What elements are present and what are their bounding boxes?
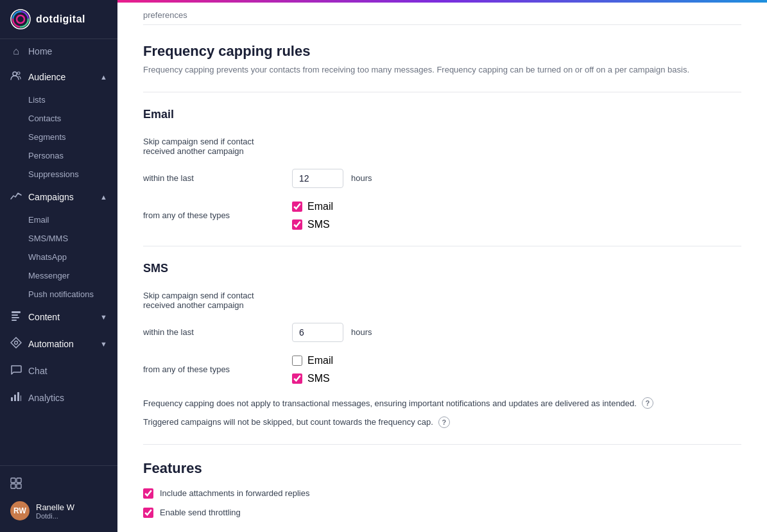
sidebar-item-contacts[interactable]: Contacts bbox=[0, 109, 117, 128]
svg-rect-4 bbox=[12, 311, 21, 313]
campaigns-chevron: ▲ bbox=[100, 193, 107, 201]
user-org: Dotdi... bbox=[36, 512, 107, 520]
svg-point-1 bbox=[17, 15, 24, 23]
email-within-row: within the last hours bbox=[143, 169, 741, 188]
svg-rect-12 bbox=[17, 392, 19, 401]
sms-skip-row: Skip campaign send if contact received a… bbox=[143, 291, 741, 310]
sidebar-item-messenger[interactable]: Messenger bbox=[0, 266, 117, 285]
email-label: Email bbox=[28, 215, 49, 225]
email-type-sms-checkbox[interactable] bbox=[292, 219, 302, 230]
sidebar-audience-label: Audience bbox=[28, 72, 65, 82]
whatsapp-label: WhatsApp bbox=[28, 252, 67, 262]
footer-note-2: Triggered campaigns will not be skipped,… bbox=[143, 416, 741, 429]
email-type-sms-label: SMS bbox=[307, 219, 330, 230]
sms-hours-unit: hours bbox=[351, 327, 372, 337]
sidebar-item-whatsapp[interactable]: WhatsApp bbox=[0, 248, 117, 266]
sms-type-email-label: Email bbox=[307, 355, 333, 366]
sidebar-bottom: RW Ranelle W Dotdi... bbox=[0, 465, 117, 532]
sms-types-label: from any of these types bbox=[143, 365, 284, 374]
email-hours-unit: hours bbox=[351, 173, 372, 183]
avatar: RW bbox=[10, 501, 30, 520]
automation-chevron: ▼ bbox=[100, 340, 107, 348]
info-icon-1[interactable]: ? bbox=[642, 397, 653, 409]
logo-text: dotdigital bbox=[36, 13, 85, 25]
svg-rect-14 bbox=[11, 478, 15, 483]
sidebar-chat-label: Chat bbox=[28, 366, 47, 376]
sidebar-item-home[interactable]: ⌂ Home bbox=[0, 39, 117, 64]
svg-marker-8 bbox=[11, 338, 21, 348]
email-hours-input[interactable] bbox=[292, 169, 343, 188]
feature-attachments-row: Include attachments in forwarded replies bbox=[143, 488, 741, 499]
sidebar-content-label: Content bbox=[28, 312, 60, 322]
collapse-icon bbox=[10, 477, 22, 491]
sms-skip-label: Skip campaign send if contact received a… bbox=[143, 291, 284, 310]
contacts-label: Contacts bbox=[28, 114, 61, 123]
sms-type-sms-checkbox[interactable] bbox=[292, 373, 302, 384]
email-types-row: from any of these types Email SMS bbox=[143, 201, 741, 230]
sms-type-sms-row: SMS bbox=[292, 373, 333, 384]
sidebar-item-suppressions[interactable]: Suppressions bbox=[0, 165, 117, 184]
collapse-button[interactable] bbox=[0, 472, 117, 496]
messenger-label: Messenger bbox=[28, 271, 69, 280]
analytics-icon bbox=[10, 391, 22, 405]
divider-after-desc bbox=[143, 92, 741, 92]
user-info: Ranelle W Dotdi... bbox=[36, 502, 107, 520]
sidebar-item-campaigns[interactable]: Campaigns ▲ bbox=[0, 184, 117, 210]
email-type-email-checkbox[interactable] bbox=[292, 202, 302, 212]
breadcrumb: preferences bbox=[143, 3, 741, 25]
sms-hours-input[interactable] bbox=[292, 323, 343, 342]
sidebar-item-automation[interactable]: Automation ▼ bbox=[0, 330, 117, 357]
content-area: preferences Frequency capping rules Freq… bbox=[117, 3, 767, 532]
svg-rect-6 bbox=[12, 317, 19, 318]
sidebar-item-personas[interactable]: Personas bbox=[0, 146, 117, 165]
logo-area: dotdigital bbox=[0, 0, 117, 39]
sms-type-email-checkbox[interactable] bbox=[292, 356, 302, 366]
divider-before-features bbox=[143, 444, 741, 445]
user-name: Ranelle W bbox=[36, 502, 107, 512]
sidebar-item-content[interactable]: Content ▼ bbox=[0, 304, 117, 330]
footer-note-1: Frequency capping does not apply to tran… bbox=[143, 397, 741, 410]
breadcrumb-text: preferences bbox=[143, 10, 187, 20]
sms-section-title: SMS bbox=[143, 262, 741, 280]
svg-rect-10 bbox=[11, 397, 13, 401]
feature-throttle-checkbox[interactable] bbox=[143, 508, 153, 518]
email-types-group: Email SMS bbox=[292, 201, 333, 230]
footer-note-1-text: Frequency capping does not apply to tran… bbox=[143, 397, 637, 410]
sidebar-item-push-notifications[interactable]: Push notifications bbox=[0, 285, 117, 304]
sms-mms-label: SMS/MMS bbox=[28, 234, 68, 243]
feature-throttle-label: Enable send throttling bbox=[160, 508, 241, 517]
sidebar-home-label: Home bbox=[28, 46, 52, 56]
campaigns-icon bbox=[10, 190, 22, 204]
sidebar-automation-label: Automation bbox=[28, 339, 74, 349]
email-section-title: Email bbox=[143, 108, 741, 126]
sidebar-item-segments[interactable]: Segments bbox=[0, 128, 117, 146]
sidebar-item-email[interactable]: Email bbox=[0, 210, 117, 229]
content-chevron: ▼ bbox=[100, 313, 107, 321]
sidebar-item-chat[interactable]: Chat bbox=[0, 357, 117, 384]
user-profile[interactable]: RW Ranelle W Dotdi... bbox=[0, 496, 117, 526]
svg-rect-7 bbox=[12, 320, 17, 321]
avatar-initials: RW bbox=[13, 506, 26, 515]
email-types-label: from any of these types bbox=[143, 210, 284, 220]
email-within-label: within the last bbox=[143, 173, 284, 183]
sidebar-item-audience[interactable]: Audience ▲ bbox=[0, 64, 117, 90]
chat-icon bbox=[10, 364, 22, 378]
sidebar-item-lists[interactable]: Lists bbox=[0, 90, 117, 109]
segments-label: Segments bbox=[28, 132, 66, 142]
sidebar-item-analytics[interactable]: Analytics bbox=[0, 384, 117, 411]
svg-rect-17 bbox=[17, 484, 21, 488]
email-type-sms-row: SMS bbox=[292, 219, 333, 230]
footer-note-2-text: Triggered campaigns will not be skipped,… bbox=[143, 416, 433, 429]
sms-within-label: within the last bbox=[143, 327, 284, 337]
audience-icon bbox=[10, 70, 22, 84]
feature-attachments-checkbox[interactable] bbox=[143, 488, 153, 499]
info-icon-2[interactable]: ? bbox=[438, 416, 450, 428]
email-skip-row: Skip campaign send if contact received a… bbox=[143, 137, 741, 156]
sidebar-item-sms-mms[interactable]: SMS/MMS bbox=[0, 229, 117, 248]
email-skip-label: Skip campaign send if contact received a… bbox=[143, 137, 284, 156]
content-icon bbox=[10, 310, 22, 324]
dotdigital-logo-icon bbox=[10, 9, 31, 30]
sms-within-row: within the last hours bbox=[143, 323, 741, 342]
svg-rect-16 bbox=[17, 478, 21, 483]
suppressions-label: Suppressions bbox=[28, 169, 79, 179]
